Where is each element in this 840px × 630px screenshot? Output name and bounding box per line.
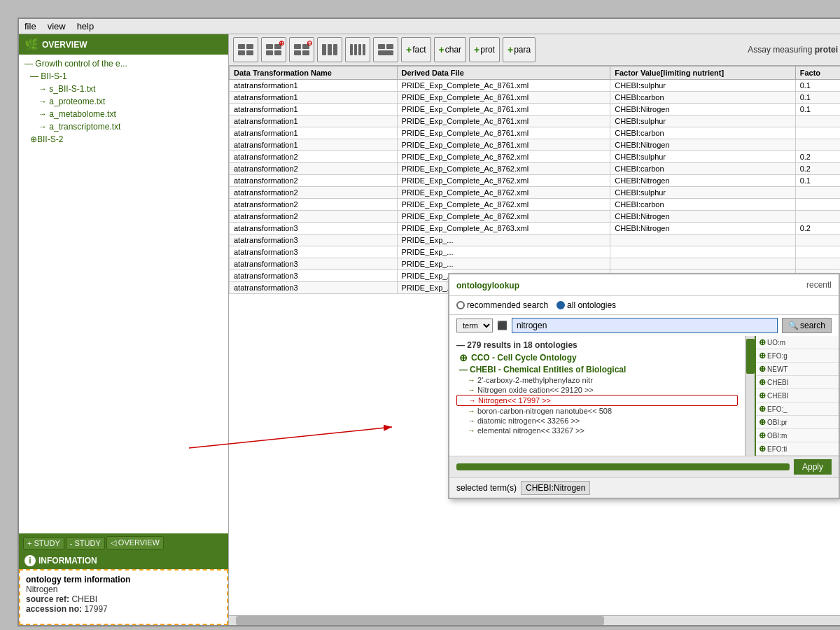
- cell-2-3[interactable]: 0.1: [795, 104, 840, 115]
- ont-item-2[interactable]: Nitrogen oxide cation<< 29120 >>: [456, 385, 738, 395]
- cell-1-3[interactable]: 0.1: [795, 92, 840, 104]
- cell-13-1[interactable]: PRIDE_Exp_...: [397, 234, 610, 246]
- cell-10-0[interactable]: atatransformation2: [230, 199, 398, 211]
- cell-0-3[interactable]: 0.1: [795, 80, 840, 92]
- cell-12-3[interactable]: 0.2: [795, 223, 840, 234]
- table-row[interactable]: atatransformation1PRIDE_Exp_Complete_Ac_…: [230, 115, 841, 127]
- cell-7-2[interactable]: CHEBI:carbon: [610, 163, 795, 175]
- cell-0-1[interactable]: PRIDE_Exp_Complete_Ac_8761.xml: [397, 80, 610, 92]
- cell-8-0[interactable]: atatransformation2: [230, 175, 398, 187]
- cell-7-0[interactable]: atatransformation2: [230, 163, 398, 175]
- tree-item-biis2[interactable]: ⊕BII-S-2: [22, 133, 225, 146]
- cell-14-1[interactable]: PRIDE_Exp_...: [397, 246, 610, 258]
- cell-10-2[interactable]: CHEBI:carbon: [610, 199, 795, 211]
- ont-group-chebi[interactable]: CHEBI - Chemical Entities of Biological: [456, 364, 738, 375]
- grid-btn-2[interactable]: ⊕: [261, 37, 286, 62]
- table-row[interactable]: atatransformation3PRIDE_Exp_...: [230, 258, 841, 270]
- cell-8-2[interactable]: CHEBI:Nitrogen: [610, 175, 795, 187]
- radio-all[interactable]: all ontologies: [556, 300, 616, 310]
- menu-view[interactable]: view: [48, 21, 66, 31]
- cell-13-0[interactable]: atatransformation3: [230, 234, 398, 246]
- cell-9-0[interactable]: atatransformation2: [230, 187, 398, 199]
- cell-4-2[interactable]: CHEBI:carbon: [610, 127, 795, 139]
- cell-15-1[interactable]: PRIDE_Exp_...: [397, 258, 610, 270]
- cell-3-2[interactable]: CHEBI:sulphur: [610, 115, 795, 127]
- cell-1-0[interactable]: atatransformation1: [230, 92, 398, 104]
- table-row[interactable]: atatransformation2PRIDE_Exp_Complete_Ac_…: [230, 211, 841, 223]
- cell-9-3[interactable]: [795, 187, 840, 199]
- table-row[interactable]: atatransformation3PRIDE_Exp_Complete_Ac_…: [230, 223, 841, 234]
- cell-11-2[interactable]: CHEBI:Nitrogen: [610, 211, 795, 223]
- cell-4-0[interactable]: atatransformation1: [230, 127, 398, 139]
- col-header-transformation[interactable]: Data Transformation Name: [230, 66, 398, 80]
- cell-11-3[interactable]: [795, 211, 840, 223]
- cell-13-3[interactable]: [795, 234, 840, 246]
- menu-help[interactable]: help: [77, 21, 94, 31]
- table-row[interactable]: atatransformation2PRIDE_Exp_Complete_Ac_…: [230, 199, 841, 211]
- cell-10-3[interactable]: [795, 199, 840, 211]
- cell-2-0[interactable]: atatransformation1: [230, 104, 398, 115]
- cell-1-2[interactable]: CHEBI:carbon: [610, 92, 795, 104]
- ont-item-4[interactable]: boron-carbon-nitrogen nanotube<< 508: [456, 406, 738, 416]
- cell-15-0[interactable]: atatransformation3: [230, 258, 398, 270]
- cell-15-2[interactable]: [610, 258, 795, 270]
- cell-10-1[interactable]: PRIDE_Exp_Complete_Ac_8762.xml: [397, 199, 610, 211]
- table-row[interactable]: atatransformation2PRIDE_Exp_Complete_Ac_…: [230, 187, 841, 199]
- table-row[interactable]: atatransformation1PRIDE_Exp_Complete_Ac_…: [230, 80, 841, 92]
- recent-item-8[interactable]: ⊕OBI:m: [756, 429, 839, 442]
- prot-button[interactable]: + prot: [469, 37, 500, 62]
- grid-btn-1[interactable]: [233, 37, 258, 62]
- ont-item-1[interactable]: 2'-carboxy-2-methylphenylazo nitr: [456, 375, 738, 385]
- search-button[interactable]: 🔍 search: [782, 318, 832, 333]
- cell-4-3[interactable]: [795, 127, 840, 139]
- tree-item-biis1[interactable]: BII-S-1: [22, 70, 225, 83]
- cell-5-0[interactable]: atatransformation1: [230, 139, 398, 151]
- radio-recommended[interactable]: recommended search: [456, 300, 548, 310]
- menu-file[interactable]: file: [24, 21, 36, 31]
- cell-12-2[interactable]: CHEBI:Nitrogen: [610, 223, 795, 234]
- recent-item-9[interactable]: ⊕EFO:ti: [756, 442, 839, 456]
- cell-12-0[interactable]: atatransformation3: [230, 223, 398, 234]
- cell-11-1[interactable]: PRIDE_Exp_Complete_Ac_8762.xml: [397, 211, 610, 223]
- cell-15-3[interactable]: [795, 258, 840, 270]
- overview-button[interactable]: ◁ OVERVIEW: [106, 536, 164, 550]
- add-study-button[interactable]: + STUDY: [23, 537, 64, 550]
- table-row[interactable]: atatransformation2PRIDE_Exp_Complete_Ac_…: [230, 151, 841, 163]
- remove-study-button[interactable]: - STUDY: [66, 537, 105, 550]
- cell-5-3[interactable]: [795, 139, 840, 151]
- para-button[interactable]: + para: [503, 37, 536, 62]
- recent-item-1[interactable]: ⊕UO:m: [756, 336, 839, 349]
- cell-11-0[interactable]: atatransformation2: [230, 211, 398, 223]
- table-row[interactable]: atatransformation1PRIDE_Exp_Complete_Ac_…: [230, 127, 841, 139]
- cell-14-3[interactable]: [795, 246, 840, 258]
- tree-item-s-file[interactable]: s_BII-S-1.txt: [22, 83, 225, 95]
- col-header-file[interactable]: Derived Data File: [397, 66, 610, 80]
- tree-item-metabolome[interactable]: a_metabolome.txt: [22, 108, 225, 120]
- table-row[interactable]: atatransformation2PRIDE_Exp_Complete_Ac_…: [230, 163, 841, 175]
- cell-3-1[interactable]: PRIDE_Exp_Complete_Ac_8761.xml: [397, 115, 610, 127]
- grid-btn-6[interactable]: [373, 37, 398, 62]
- col-header-facto[interactable]: Facto: [795, 66, 840, 80]
- tree-item-proteome[interactable]: a_proteome.txt: [22, 95, 225, 108]
- cell-17-0[interactable]: atatransformation3: [230, 282, 398, 294]
- cell-6-3[interactable]: 0.2: [795, 151, 840, 163]
- ont-item-6[interactable]: elemental nitrogen<< 33267 >>: [456, 426, 738, 435]
- cell-7-1[interactable]: PRIDE_Exp_Complete_Ac_8762.xml: [397, 163, 610, 175]
- recent-item-3[interactable]: ⊕NEWT: [756, 363, 839, 376]
- horizontal-scrollbar[interactable]: [229, 615, 840, 625]
- cell-9-1[interactable]: PRIDE_Exp_Complete_Ac_8762.xml: [397, 187, 610, 199]
- cell-5-1[interactable]: PRIDE_Exp_Complete_Ac_8761.xml: [397, 139, 610, 151]
- cell-14-2[interactable]: [610, 246, 795, 258]
- cell-4-1[interactable]: PRIDE_Exp_Complete_Ac_8761.xml: [397, 127, 610, 139]
- table-row[interactable]: atatransformation1PRIDE_Exp_Complete_Ac_…: [230, 104, 841, 115]
- ontology-apply-button[interactable]: Apply: [794, 459, 832, 475]
- tree-item-transcriptome[interactable]: a_transcriptome.txt: [22, 120, 225, 133]
- ont-item-nitrogen[interactable]: Nitrogen<< 17997 >>: [456, 395, 738, 406]
- recent-item-4[interactable]: ⊕CHEBI: [756, 376, 839, 389]
- search-input[interactable]: [512, 318, 778, 333]
- table-row[interactable]: atatransformation1PRIDE_Exp_Complete_Ac_…: [230, 92, 841, 104]
- table-row[interactable]: atatransformation3PRIDE_Exp_...: [230, 234, 841, 246]
- cell-3-0[interactable]: atatransformation1: [230, 115, 398, 127]
- cell-8-3[interactable]: 0.1: [795, 175, 840, 187]
- grid-btn-3[interactable]: ⊖: [289, 37, 314, 62]
